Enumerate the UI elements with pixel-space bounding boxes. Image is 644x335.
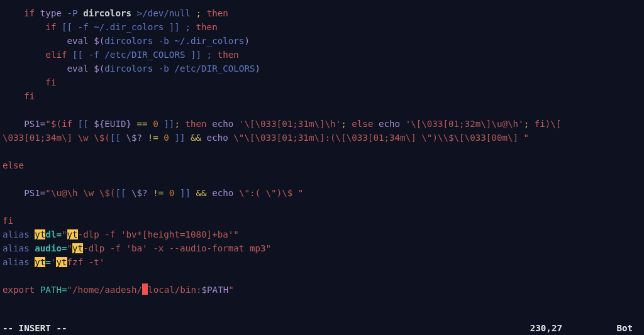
vim-mode: -- INSERT -- [3,323,67,333]
code-line [3,271,8,281]
code-line: PS1="$(if [[ ${EUID} == 0 ]]; then echo … [3,119,561,129]
code-line: \033[01;34m\] \w \$([[ \$? != 0 ]] && ec… [3,133,529,143]
code-line: PS1="\u@\h \w \$([[ \$? != 0 ]] && echo … [3,188,303,198]
code-line: else [3,160,24,170]
code-editor[interactable]: if type -P dircolors >/dev/null ; then i… [0,0,644,299]
code-line: eval $(dircolors -b ~/.dir_colors) [3,36,250,46]
code-line: if [[ -f ~/.dir_colors ]] ; then [3,22,218,32]
code-line: fi [3,216,13,226]
scroll-position: Bot [616,321,633,335]
cursor [142,283,148,295]
code-line: alias audio="yt-dlp -f 'ba' -x --audio-f… [3,243,271,253]
code-line: if type -P dircolors >/dev/null ; then [3,8,228,18]
code-line: alias yt='ytfzf -t' [3,257,104,267]
code-line [3,202,8,212]
code-line: alias ytdl="yt-dlp -f 'bv*[height=1080]+… [3,229,239,239]
code-line: elif [[ -f /etc/DIR_COLORS ]] ; then [3,50,239,60]
vim-status-bar: -- INSERT -- 230,27 Bot [0,321,644,335]
cursor-position: 230,27 [530,321,562,335]
code-line [3,146,8,157]
code-line: eval $(dircolors -b /etc/DIR_COLORS) [3,63,260,74]
code-line: fi [3,91,35,101]
code-line [3,105,8,115]
code-line: fi [3,77,56,87]
code-line: export PATH="/home/aadesh/local/bin:$PAT… [3,285,234,295]
code-line [3,174,8,184]
